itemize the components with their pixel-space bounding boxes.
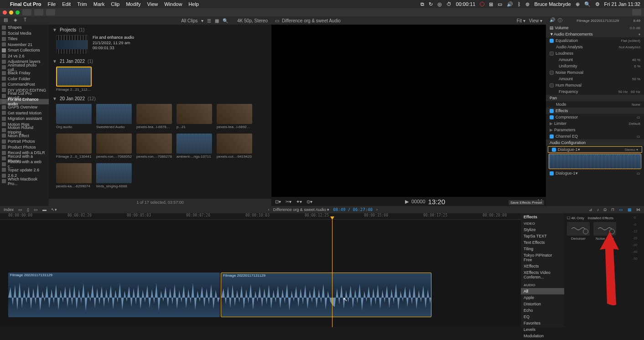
minimize-window-icon[interactable] bbox=[9, 10, 13, 15]
clip-item[interactable]: pexels-tea...l-6878738 bbox=[136, 104, 172, 129]
list-view-icon[interactable]: ☰ bbox=[207, 18, 211, 23]
effect-category[interactable]: EQ bbox=[521, 314, 564, 320]
user-name[interactable]: Bruce Macbryde bbox=[534, 1, 571, 7]
sidebar-item[interactable]: CommandPost bbox=[0, 82, 49, 88]
fit-menu[interactable]: Fit ▾ bbox=[517, 18, 525, 23]
menu-clip[interactable]: Clip bbox=[111, 1, 119, 7]
audio-inspector-icon[interactable]: 🔊 bbox=[550, 17, 555, 24]
disclosure-icon[interactable]: ▼ bbox=[52, 96, 57, 101]
append-clip-icon[interactable]: ▭ bbox=[34, 207, 38, 212]
viewer-canvas[interactable] bbox=[271, 25, 546, 197]
sidebar-item[interactable]: Migration assistant bbox=[0, 116, 49, 122]
sidebar-item[interactable]: Shapes bbox=[0, 25, 49, 31]
spotlight-icon[interactable]: ⊕ bbox=[576, 1, 580, 7]
titles-icon[interactable]: T bbox=[24, 17, 30, 24]
effect-category[interactable]: Text Effects bbox=[521, 239, 564, 246]
tool-select-icon[interactable]: ↖▾ bbox=[51, 207, 57, 212]
sidebar-item[interactable]: Which MacBook Pro... bbox=[0, 179, 49, 185]
clip-item[interactable]: ambient-...ngs-10711 bbox=[177, 134, 212, 159]
save-effects-preset-button[interactable]: Save Effects Preset bbox=[509, 200, 544, 205]
dialogue2-icon[interactable]: ▭ bbox=[637, 171, 640, 175]
record-icon[interactable] bbox=[480, 2, 484, 6]
clip-appearance-icon[interactable]: ▦ bbox=[215, 18, 219, 23]
clip-item[interactable]: pexels-ron...-7088052 bbox=[96, 134, 132, 159]
cheq-edit-icon[interactable]: ▭ bbox=[637, 134, 640, 139]
bluetooth-icon[interactable]: ᛒ bbox=[518, 1, 521, 7]
cheq-checkbox[interactable] bbox=[550, 134, 554, 139]
sidebar-item[interactable]: November 21 bbox=[0, 42, 49, 48]
transitions-icon[interactable]: ⋈ bbox=[636, 207, 640, 212]
sidebar-item[interactable]: Color Folder bbox=[0, 76, 49, 82]
transform-tool-icon[interactable]: ⊡▾ bbox=[275, 199, 281, 204]
skimming-icon[interactable]: ⊿ bbox=[589, 207, 592, 212]
eq-preset[interactable]: Flat (edited) bbox=[621, 39, 640, 43]
retime-tool-icon[interactable]: ⊙▾ bbox=[306, 199, 312, 204]
timeline-view-icon[interactable]: ▭ bbox=[619, 207, 623, 212]
effect-category[interactable]: Modulation bbox=[521, 333, 564, 339]
effect-category[interactable]: Distortion bbox=[521, 301, 564, 307]
timeline-tracks[interactable]: Filmage 20220117131129 Filmage 202201171… bbox=[0, 220, 521, 327]
library-icon[interactable]: ▤ bbox=[4, 17, 10, 24]
noise-amount[interactable]: 50 % bbox=[632, 77, 640, 81]
effect-category[interactable]: Stylize bbox=[521, 227, 564, 233]
volume-value[interactable]: 0.0 dB bbox=[630, 26, 640, 30]
effect-category[interactable]: Apple bbox=[521, 294, 564, 301]
clip-item[interactable]: pexels-ka...-6299074 bbox=[56, 163, 92, 188]
projects-header[interactable]: ▼ Projects (1) bbox=[52, 26, 268, 33]
effect-thumb[interactable]: Denoiser bbox=[567, 222, 590, 241]
timeline-next-icon[interactable]: › bbox=[376, 207, 378, 212]
effect-category[interactable]: Levels bbox=[521, 326, 564, 333]
effect-category[interactable]: Tokyo PiPinator Free bbox=[521, 252, 564, 263]
freq-50[interactable]: 50 Hz bbox=[618, 90, 628, 94]
clip-item[interactable]: birds_singing-6688 bbox=[96, 163, 132, 188]
clock-date[interactable]: Fri 21 Jan 11:32 bbox=[604, 1, 641, 7]
control-center-icon[interactable]: ⚙ bbox=[595, 1, 600, 7]
compressor-checkbox[interactable] bbox=[550, 115, 554, 119]
sidebar-item[interactable]: Titles bbox=[0, 36, 49, 42]
audio-skim-icon[interactable]: ♪ bbox=[597, 207, 599, 212]
effect-thumb[interactable]: Noise Gate bbox=[593, 222, 616, 241]
menu-help[interactable]: Help bbox=[188, 1, 199, 7]
effect-category[interactable]: XEffects Video Conferen... bbox=[521, 269, 564, 280]
timeline-ruler[interactable]: 00:00:00:0000:00:02:2600:00:05:0300:00:0… bbox=[0, 213, 521, 220]
sidebar-item[interactable]: Animated photo coll... bbox=[0, 65, 49, 71]
4k-toggle[interactable]: ☐ 4K Only bbox=[567, 216, 584, 220]
menu-modify[interactable]: Modify bbox=[126, 1, 140, 7]
effect-category[interactable]: Echo bbox=[521, 307, 564, 314]
clip-item[interactable]: pexels-cot...-9419420 bbox=[217, 134, 252, 159]
freq-60[interactable]: 60 Hz bbox=[631, 90, 640, 94]
overwrite-clip-icon[interactable]: ▬ bbox=[42, 207, 47, 212]
menu-file[interactable]: File bbox=[47, 1, 56, 7]
menu-edit[interactable]: Edit bbox=[62, 1, 71, 7]
sidebar-item[interactable]: Smart Collections bbox=[0, 47, 49, 53]
audio-enhancements-header[interactable]: Audio Enhancements bbox=[554, 32, 593, 36]
params-disclosure[interactable]: ▶ bbox=[550, 128, 553, 132]
sidebar-item[interactable]: Portrait Photos bbox=[0, 139, 49, 144]
noise-checkbox[interactable] bbox=[550, 71, 554, 75]
sidebar-item[interactable]: Fix and Enhance audio bbox=[0, 99, 49, 105]
screen-icon[interactable]: ▭ bbox=[498, 1, 502, 7]
import-button[interactable] bbox=[22, 9, 31, 15]
menu-window[interactable]: Window bbox=[164, 1, 182, 7]
compass-icon[interactable]: ◎ bbox=[437, 1, 442, 7]
wifi-icon[interactable]: ⊚ bbox=[525, 1, 530, 7]
disclosure-icon[interactable]: ▼ bbox=[52, 59, 57, 64]
effect-category[interactable]: All bbox=[521, 288, 564, 294]
playhead[interactable] bbox=[332, 220, 332, 327]
sidebar-item[interactable]: Product Photos bbox=[0, 144, 49, 150]
refresh-icon[interactable]: ↻ bbox=[429, 1, 433, 7]
timeline-timecode[interactable]: 08:49 / 06:27:40 bbox=[333, 207, 373, 212]
installed-filter[interactable]: Installed Effects bbox=[588, 216, 613, 220]
hum-checkbox[interactable] bbox=[550, 83, 554, 88]
zoom-window-icon[interactable] bbox=[16, 10, 20, 15]
sidebar-item[interactable]: Motion Round tripping bbox=[0, 127, 49, 133]
bg-tasks-button[interactable] bbox=[46, 9, 55, 15]
effect-category[interactable]: XEffects bbox=[521, 263, 564, 269]
dropbox-icon[interactable]: ⧉ bbox=[421, 1, 424, 7]
view-menu[interactable]: View ▾ bbox=[529, 18, 542, 23]
clips-filter[interactable]: All Clips bbox=[181, 18, 197, 23]
timeline-prev-icon[interactable]: ‹ bbox=[268, 207, 270, 212]
timeline-title[interactable]: Difference org & sweet Audio ▾ bbox=[273, 207, 329, 212]
pan-mode[interactable]: None bbox=[632, 103, 640, 107]
close-window-icon[interactable] bbox=[3, 10, 7, 15]
